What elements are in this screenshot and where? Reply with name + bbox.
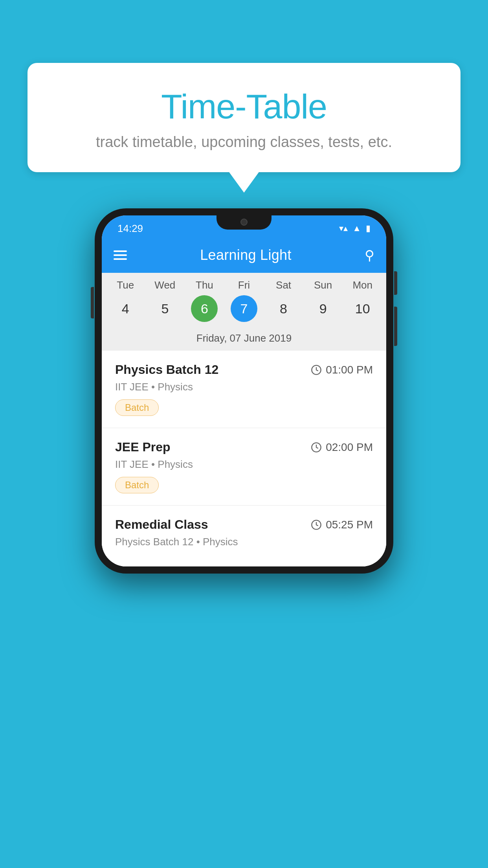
date-7-selected: 7 (231, 295, 257, 322)
day-sun: Sun (303, 279, 343, 291)
schedule-item-2[interactable]: JEE Prep 02:00 PM IIT JEE • Physics Batc… (102, 428, 386, 506)
bubble-title: Time-Table (47, 86, 441, 127)
date-6-today: 6 (191, 295, 218, 322)
calendar-strip: Tue Wed Thu Fri Sat Sun Mon 4 5 (102, 273, 386, 351)
schedule-subject-1: IIT JEE • Physics (115, 381, 373, 393)
speech-bubble-section: Time-Table track timetable, upcoming cla… (28, 63, 460, 172)
schedule-item-1-header: Physics Batch 12 01:00 PM (115, 362, 373, 377)
schedule-item-2-header: JEE Prep 02:00 PM (115, 440, 373, 454)
date-10: 10 (349, 295, 376, 322)
clock-icon-1 (311, 364, 322, 375)
schedule-subject-2: IIT JEE • Physics (115, 458, 373, 471)
search-icon[interactable]: ⚲ (365, 247, 374, 263)
schedule-title-2: JEE Prep (115, 440, 171, 454)
schedule-time-text-3: 05:25 PM (326, 519, 373, 531)
phone-mockup: 14:29 ▾▴ ▲ ▮ Learning Light ⚲ (95, 208, 393, 574)
date-cell-8[interactable]: 8 (264, 295, 303, 322)
side-button-left (91, 287, 94, 318)
date-5: 5 (152, 295, 178, 322)
day-sat: Sat (264, 279, 303, 291)
battery-icon: ▮ (366, 223, 371, 234)
phone-frame: 14:29 ▾▴ ▲ ▮ Learning Light ⚲ (95, 208, 393, 574)
status-time: 14:29 (117, 223, 143, 235)
date-cell-6[interactable]: 6 (185, 295, 224, 322)
schedule-time-text-1: 01:00 PM (326, 364, 373, 376)
status-icons: ▾▴ ▲ ▮ (339, 223, 371, 234)
side-button-right-2 (394, 307, 397, 346)
day-mon: Mon (343, 279, 382, 291)
schedule-time-3: 05:25 PM (311, 519, 373, 531)
hamburger-menu-icon[interactable] (114, 250, 127, 260)
clock-icon-2 (311, 442, 322, 453)
date-cell-5[interactable]: 5 (145, 295, 185, 322)
signal-icon: ▲ (352, 223, 361, 234)
selected-date-label: Friday, 07 June 2019 (102, 328, 386, 351)
day-thu: Thu (185, 279, 224, 291)
date-cell-10[interactable]: 10 (343, 295, 382, 322)
days-header: Tue Wed Thu Fri Sat Sun Mon (102, 273, 386, 294)
schedule-item-1[interactable]: Physics Batch 12 01:00 PM IIT JEE • Phys… (102, 351, 386, 428)
phone-screen: 14:29 ▾▴ ▲ ▮ Learning Light ⚲ (102, 215, 386, 566)
schedule-time-2: 02:00 PM (311, 441, 373, 454)
batch-tag-2: Batch (115, 477, 159, 493)
date-9: 9 (310, 295, 336, 322)
schedule-item-3-header: Remedial Class 05:25 PM (115, 517, 373, 532)
schedule-item-3[interactable]: Remedial Class 05:25 PM Physics Batch 12… (102, 506, 386, 566)
app-title: Learning Light (200, 247, 291, 263)
date-8: 8 (270, 295, 297, 322)
day-tue: Tue (106, 279, 145, 291)
schedule-time-text-2: 02:00 PM (326, 441, 373, 454)
bubble-subtitle: track timetable, upcoming classes, tests… (47, 134, 441, 151)
schedule-subject-3: Physics Batch 12 • Physics (115, 536, 373, 548)
wifi-icon: ▾▴ (339, 223, 348, 234)
dates-row: 4 5 6 7 8 9 (102, 294, 386, 328)
date-cell-9[interactable]: 9 (303, 295, 343, 322)
phone-notch (216, 215, 272, 230)
schedule-list: Physics Batch 12 01:00 PM IIT JEE • Phys… (102, 351, 386, 566)
schedule-time-1: 01:00 PM (311, 364, 373, 376)
speech-bubble: Time-Table track timetable, upcoming cla… (28, 63, 460, 172)
day-wed: Wed (145, 279, 185, 291)
app-bar: Learning Light ⚲ (102, 237, 386, 273)
date-4: 4 (112, 295, 139, 322)
date-cell-7[interactable]: 7 (224, 295, 264, 322)
schedule-title-3: Remedial Class (115, 517, 208, 532)
phone-camera (240, 219, 248, 226)
schedule-title-1: Physics Batch 12 (115, 362, 218, 377)
batch-tag-1: Batch (115, 399, 159, 416)
date-cell-4[interactable]: 4 (106, 295, 145, 322)
day-fri: Fri (224, 279, 264, 291)
clock-icon-3 (311, 519, 322, 530)
side-button-right-1 (394, 271, 397, 295)
